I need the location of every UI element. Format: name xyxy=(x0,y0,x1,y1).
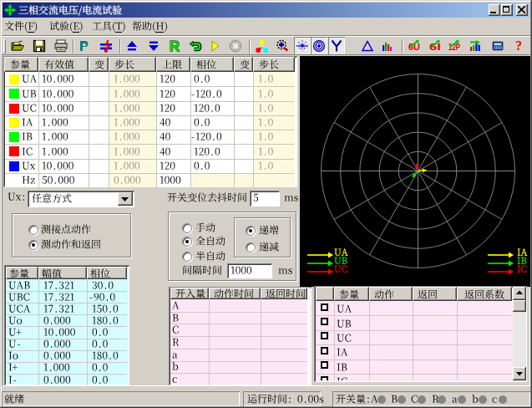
svg-text:?: ? xyxy=(515,39,522,53)
svg-text:R: R xyxy=(170,39,180,53)
